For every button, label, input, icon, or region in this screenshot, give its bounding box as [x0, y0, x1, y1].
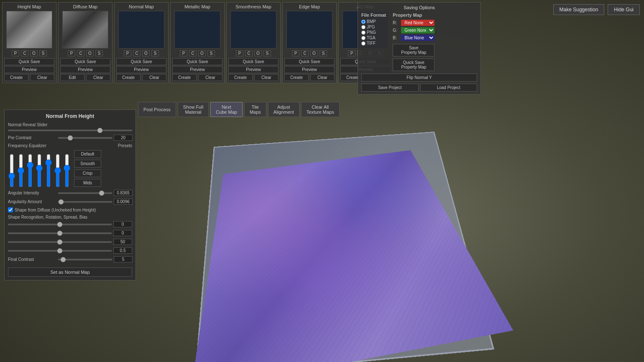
- diffuse-map-btn-s[interactable]: S: [95, 50, 103, 56]
- metallic-map-btn-p[interactable]: P: [180, 50, 187, 56]
- height-map-btn-o[interactable]: O: [30, 50, 38, 56]
- smoothness-map-action-create[interactable]: Create: [228, 74, 253, 81]
- channel-r-select[interactable]: Red None: [401, 20, 434, 26]
- save-property-map-button[interactable]: SaveProperty Map: [393, 44, 434, 56]
- diffuse-map-preview[interactable]: Preview: [60, 66, 110, 73]
- diffuse-map-action-clear[interactable]: Clear: [86, 74, 110, 81]
- height-map-btn-s[interactable]: S: [39, 50, 47, 56]
- channel-r-label: R:: [393, 20, 399, 25]
- diffuse-map-btn-p[interactable]: P: [68, 50, 75, 56]
- angularity-amount-value[interactable]: [114, 199, 133, 205]
- preset-smooth-button[interactable]: Smooth: [74, 160, 101, 168]
- pre-contrast-value[interactable]: [114, 135, 133, 141]
- eq-slider-2[interactable]: [17, 154, 25, 187]
- shape-bias-value[interactable]: [113, 247, 132, 254]
- eq-slider-3[interactable]: [26, 154, 34, 187]
- viewport: [140, 100, 644, 362]
- height-map-action-create[interactable]: Create: [4, 74, 28, 81]
- eq-slider-5[interactable]: [45, 154, 52, 187]
- smoothness-map-action-clear[interactable]: Clear: [254, 74, 279, 81]
- shape-rotation-slider[interactable]: [8, 224, 112, 225]
- height-map-preview[interactable]: Preview: [4, 66, 54, 73]
- normal-map-action-create[interactable]: Create: [116, 74, 141, 81]
- preset-mids-button[interactable]: Mids: [74, 179, 101, 187]
- height-map-action-clear[interactable]: Clear: [30, 74, 54, 81]
- shape-spread-slider[interactable]: [8, 232, 112, 234]
- metallic-map-btn-c[interactable]: C: [189, 50, 197, 56]
- eq-slider-7[interactable]: [63, 154, 71, 187]
- diffuse-map-quick-save[interactable]: Quick Save: [60, 58, 110, 65]
- smoothness-map-btn-o[interactable]: O: [254, 50, 262, 56]
- shape-from-diffuse-label: Shape from Diffuse (Uncheked from Height…: [15, 208, 96, 212]
- normal-map-quick-save[interactable]: Quick Save: [116, 58, 166, 65]
- metallic-map-quick-save[interactable]: Quick Save: [172, 58, 222, 65]
- shape-from-diffuse-checkbox[interactable]: [8, 207, 13, 212]
- edge-map-quick-save[interactable]: Quick Save: [284, 58, 335, 65]
- edge-map-action-clear[interactable]: Clear: [310, 74, 335, 81]
- metallic-map-btn-s[interactable]: S: [207, 50, 215, 56]
- shape-recognition-slider[interactable]: [8, 241, 112, 243]
- smoothness-map-btn-c[interactable]: C: [245, 50, 253, 56]
- normal-map-preview[interactable]: Preview: [116, 66, 166, 73]
- angular-intensity-value[interactable]: [114, 190, 133, 196]
- diffuse-map-btn-o[interactable]: O: [86, 50, 94, 56]
- format-tga[interactable]: TGA: [361, 36, 386, 40]
- metallic-map-preview[interactable]: Preview: [172, 66, 222, 73]
- edge-map-btn-o[interactable]: O: [310, 50, 318, 56]
- eq-slider-6[interactable]: [54, 154, 61, 187]
- format-bmp[interactable]: BMP: [361, 19, 386, 24]
- pre-contrast-slider[interactable]: [58, 137, 112, 139]
- set-normal-map-button[interactable]: Set as Normal Map: [8, 268, 132, 277]
- smoothness-map-preview[interactable]: Preview: [228, 66, 279, 73]
- height-map-btn-p[interactable]: P: [12, 50, 19, 56]
- shape-rotation-value[interactable]: [113, 221, 132, 227]
- metallic-map-thumbnail: [174, 11, 220, 48]
- frequency-equalizer-sliders: [8, 150, 71, 187]
- eq-slider-1[interactable]: [8, 154, 15, 187]
- preset-default-button[interactable]: Default: [74, 150, 101, 158]
- diffuse-map-btn-c[interactable]: C: [77, 50, 84, 56]
- smoothness-map-quick-save[interactable]: Quick Save: [228, 58, 279, 65]
- save-project-button[interactable]: Save Project: [361, 84, 419, 92]
- preset-crisp-button[interactable]: Crisp: [74, 169, 101, 177]
- shape-recognition-value[interactable]: [113, 239, 132, 245]
- eq-slider-4[interactable]: [36, 154, 43, 187]
- shape-bias-slider[interactable]: [8, 250, 112, 252]
- metallic-map-action-clear[interactable]: Clear: [198, 74, 222, 81]
- normal-reveal-slider[interactable]: [8, 130, 132, 131]
- edge-map-action-create[interactable]: Create: [284, 74, 309, 81]
- load-project-button[interactable]: Load Project: [420, 84, 478, 92]
- final-contrast-slider[interactable]: [58, 259, 112, 260]
- diffuse-map-action-edit[interactable]: Edit: [60, 74, 84, 81]
- metallic-map-btn-o[interactable]: O: [198, 50, 206, 56]
- format-jpg[interactable]: JPG: [361, 25, 386, 29]
- diffuse-map-panel: Diffuse MapPCOSQuick SavePreviewEditClea…: [58, 2, 112, 83]
- metallic-map-panel: Metallic MapPCOSQuick SavePreviewCreateC…: [170, 2, 225, 83]
- height-map-btn-c[interactable]: C: [21, 50, 28, 56]
- angularity-amount-slider[interactable]: [58, 201, 112, 203]
- normal-map-btn-c[interactable]: C: [133, 50, 141, 56]
- format-png[interactable]: PNG: [361, 30, 386, 35]
- flip-normal-y-button[interactable]: Flip Normal Y: [361, 74, 477, 82]
- format-tiff[interactable]: TIFF: [361, 41, 386, 46]
- smoothness-map-btn-p[interactable]: P: [236, 50, 243, 56]
- height-map-quick-save[interactable]: Quick Save: [4, 58, 54, 65]
- channel-g-select[interactable]: Green None: [401, 27, 434, 33]
- normal-map-btn-p[interactable]: P: [124, 50, 131, 56]
- ao-map-btn-p[interactable]: P: [348, 50, 355, 56]
- quick-save-property-map-button[interactable]: Quick SaveProperty Map: [393, 59, 434, 71]
- channel-b-select[interactable]: Blue None: [401, 35, 434, 41]
- angular-intensity-slider[interactable]: [58, 192, 112, 194]
- metallic-map-action-create[interactable]: Create: [172, 74, 197, 81]
- normal-map-btn-o[interactable]: O: [142, 50, 150, 56]
- final-contrast-value[interactable]: [114, 256, 133, 263]
- edge-map-preview[interactable]: Preview: [284, 66, 335, 73]
- edge-map-btn-p[interactable]: P: [292, 50, 299, 56]
- smoothness-map-btn-s[interactable]: S: [263, 50, 271, 56]
- smoothness-map-title: Smoothness Map: [235, 4, 271, 9]
- edge-map-btn-c[interactable]: C: [301, 50, 309, 56]
- normal-map-action-clear[interactable]: Clear: [142, 74, 166, 81]
- edge-map-btn-s[interactable]: S: [319, 50, 327, 56]
- normal-map-btn-s[interactable]: S: [151, 50, 159, 56]
- shape-spread-value[interactable]: [113, 230, 132, 236]
